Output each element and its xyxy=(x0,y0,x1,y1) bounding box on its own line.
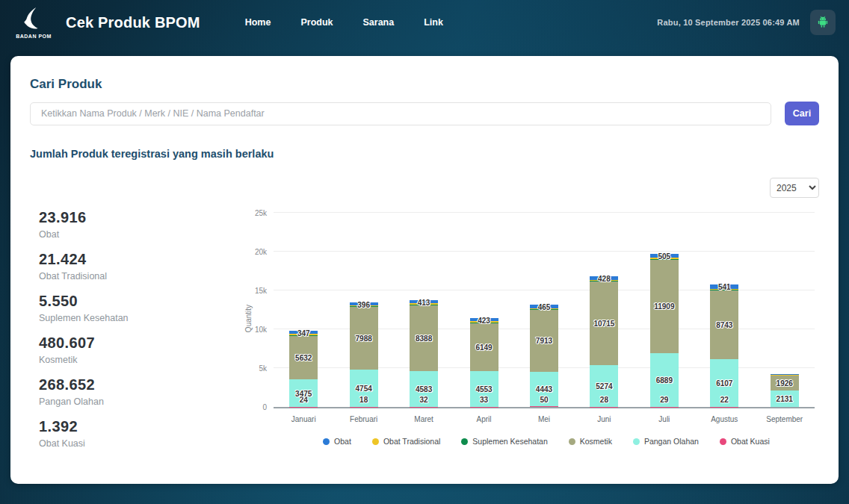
bar-segment-pangan-olahan[interactable]: 4553 xyxy=(470,371,498,407)
legend-item-suplemen-kesehatan[interactable]: Suplemen Kesehatan xyxy=(461,437,547,446)
bar-segment-pangan-olahan[interactable]: 6889 xyxy=(650,353,679,407)
legend-dot xyxy=(569,438,575,445)
legend-label: Kosmetik xyxy=(580,437,612,446)
bar-value-label: 10715 xyxy=(594,320,615,328)
bar-segment-obat-tradisional[interactable] xyxy=(350,305,378,307)
bar-segment-obat-tradisional[interactable] xyxy=(470,321,498,323)
bar-segment-pangan-olahan[interactable]: 3475 xyxy=(289,379,318,406)
bar-segment-suplemen-kesehatan[interactable] xyxy=(410,305,438,305)
y-axis-tick: 0 xyxy=(262,403,267,411)
bar-value-label: 7988 xyxy=(356,335,372,343)
bpom-swoosh-icon xyxy=(19,6,49,33)
bar-column-april: 3345536149423 xyxy=(454,213,513,407)
bar-januari: 2434755632347 xyxy=(289,331,318,407)
bar-segment-pangan-olahan[interactable]: 4583 xyxy=(410,371,438,407)
bar-segment-obat-tradisional[interactable] xyxy=(590,280,618,281)
x-axis-label-juni: Juni xyxy=(574,408,634,423)
bar-segment-pangan-olahan[interactable]: 5274 xyxy=(590,365,618,406)
bar-column-maret: 3245838388413 xyxy=(394,213,454,407)
bar-segment-kosmetik[interactable]: 7988 xyxy=(350,307,378,370)
bar-segment-kosmetik[interactable]: 11909 xyxy=(650,260,679,353)
bar-segment-suplemen-kesehatan[interactable] xyxy=(590,281,618,281)
bar-segment-pangan-olahan[interactable]: 4443 xyxy=(530,372,558,407)
x-axis-label-februari: Februari xyxy=(333,408,393,423)
bar-segment-suplemen-kesehatan[interactable] xyxy=(530,309,558,310)
nav-item-home[interactable]: Home xyxy=(245,17,271,28)
bar-segment-obat-tradisional[interactable] xyxy=(410,303,438,305)
y-axis-tick: 10k xyxy=(255,326,267,334)
bar-segment-obat[interactable]: 541 xyxy=(710,284,738,289)
android-app-button[interactable] xyxy=(810,10,836,35)
bar-segment-obat[interactable]: 465 xyxy=(530,305,558,308)
bar-segment-suplemen-kesehatan[interactable] xyxy=(710,290,738,290)
bar-segment-suplemen-kesehatan[interactable] xyxy=(650,259,679,260)
year-select[interactable]: 2025 xyxy=(770,178,819,198)
bar-column-mei: 5044437913465 xyxy=(514,213,574,407)
y-axis-tick: 25k xyxy=(255,209,267,217)
legend-item-pangan-olahan[interactable]: Pangan Olahan xyxy=(633,437,699,446)
bar-column-februari: 1847547988396 xyxy=(333,213,393,407)
bar-segment-kosmetik[interactable]: 1926 xyxy=(771,375,799,390)
stat-value: 268.652 xyxy=(39,376,238,393)
legend-label: Obat xyxy=(334,437,351,446)
bar-column-agustus: 2261078743541 xyxy=(694,213,754,407)
bar-segment-obat[interactable]: 413 xyxy=(410,300,438,303)
bar-segment-kosmetik[interactable]: 10715 xyxy=(590,281,618,365)
datetime-text: Rabu, 10 September 2025 06:49 AM xyxy=(657,18,800,27)
bar-value-label: 6107 xyxy=(716,379,732,387)
legend-dot xyxy=(372,438,379,445)
bar-segment-obat-tradisional[interactable] xyxy=(710,289,738,290)
legend-dot xyxy=(720,438,726,445)
bar-segment-pangan-olahan[interactable]: 6107 xyxy=(710,359,738,407)
bar-segment-kosmetik[interactable]: 7913 xyxy=(530,310,558,372)
stat-value: 480.607 xyxy=(39,334,238,352)
y-axis-title: Quantity xyxy=(244,305,253,332)
search-input[interactable] xyxy=(30,102,771,125)
search-button[interactable]: Cari xyxy=(785,102,819,125)
bar-value-label: 4443 xyxy=(536,385,552,393)
bar-segment-obat-tradisional[interactable] xyxy=(289,334,318,335)
legend-item-obat-kuasi[interactable]: Obat Kuasi xyxy=(720,437,770,446)
bar-segment-obat-tradisional[interactable] xyxy=(650,258,679,259)
bar-segment-obat[interactable]: 347 xyxy=(289,331,318,334)
nav-item-link[interactable]: Link xyxy=(424,17,443,28)
legend-label: Obat Tradisional xyxy=(383,437,440,446)
bar-value-label: 6149 xyxy=(475,343,492,351)
bar-value-label: 2131 xyxy=(777,394,793,402)
bar-segment-obat-tradisional[interactable] xyxy=(530,308,558,310)
bar-segment-obat[interactable]: 505 xyxy=(650,254,679,258)
stat-value: 1.392 xyxy=(39,417,238,435)
bar-segment-suplemen-kesehatan[interactable] xyxy=(289,335,318,336)
stat-label: Kosmetik xyxy=(39,354,238,366)
bar-segment-obat[interactable]: 396 xyxy=(350,302,378,305)
page-title: Cek Produk BPOM xyxy=(66,14,200,31)
bar-value-label: 5274 xyxy=(596,382,612,391)
bar-segment-pangan-olahan[interactable]: 2131 xyxy=(771,391,799,407)
nav-item-sarana[interactable]: Sarana xyxy=(363,17,395,28)
nav-item-produk[interactable]: Produk xyxy=(300,17,333,28)
legend-item-obat[interactable]: Obat xyxy=(323,437,351,446)
legend-item-obat-tradisional[interactable]: Obat Tradisional xyxy=(372,437,440,446)
bar-segment-obat[interactable] xyxy=(771,374,799,375)
bar-segment-suplemen-kesehatan[interactable] xyxy=(350,306,378,307)
android-icon xyxy=(815,14,830,31)
bar-segment-kosmetik[interactable]: 5632 xyxy=(289,335,318,379)
legend-dot xyxy=(323,438,330,445)
bar-segment-pangan-olahan[interactable]: 4754 xyxy=(350,370,378,407)
bar-segment-obat[interactable]: 423 xyxy=(470,318,498,321)
bar-segment-obat[interactable]: 428 xyxy=(590,276,618,279)
legend-dot xyxy=(461,438,468,445)
bar-column-september: 21311926 xyxy=(755,213,815,407)
bar-segment-obat-kuasi[interactable]: 50 xyxy=(530,406,558,407)
legend-item-kosmetik[interactable]: Kosmetik xyxy=(569,437,612,446)
chart-legend: ObatObat TradisionalSuplemen KesehatanKo… xyxy=(274,437,819,446)
bar-segment-kosmetik[interactable]: 8388 xyxy=(410,305,438,371)
legend-label: Pangan Olahan xyxy=(644,437,699,446)
bar-agustus: 2261078743541 xyxy=(710,284,738,407)
bar-value-label: 8743 xyxy=(716,320,732,329)
bar-segment-kosmetik[interactable]: 6149 xyxy=(470,323,498,371)
bar-segment-kosmetik[interactable]: 8743 xyxy=(710,290,738,359)
logo-text: BADAN POM xyxy=(16,34,52,39)
bar-segment-suplemen-kesehatan[interactable] xyxy=(470,323,498,323)
x-axis-label-juli: Juli xyxy=(635,408,694,423)
